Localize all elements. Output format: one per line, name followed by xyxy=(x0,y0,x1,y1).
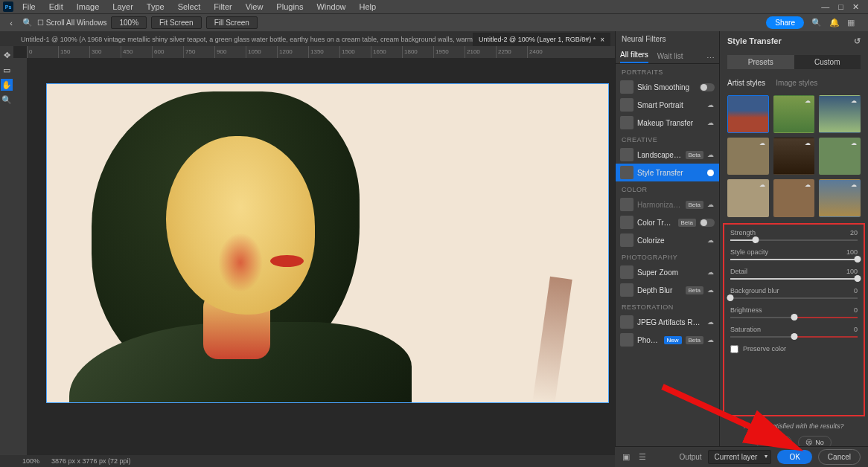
cloud-icon: ☁ xyxy=(707,268,715,276)
filter-color-transfer[interactable]: Color TransferBeta xyxy=(616,213,719,231)
section-restoration: RESTORATION xyxy=(616,299,719,313)
cloud-icon: ☁ xyxy=(707,151,715,158)
vertical-ruler xyxy=(13,58,27,455)
layers-icon[interactable]: ☰ xyxy=(639,452,649,463)
fit-screen-button[interactable]: Fit Screen xyxy=(151,16,202,29)
brightness-slider[interactable]: Brightness0 xyxy=(730,306,858,318)
style-thumb-8[interactable]: ☁ xyxy=(773,179,815,217)
menu-type[interactable]: Type xyxy=(141,1,170,13)
minimize-icon[interactable]: ― xyxy=(821,2,829,12)
filter-colorize[interactable]: Colorize☁ xyxy=(616,231,719,249)
style-thumb-4[interactable]: ☁ xyxy=(727,138,769,175)
satisfied-prompt: Are you satisfied with the results? xyxy=(720,419,868,433)
style-thumb-9[interactable]: ☁ xyxy=(819,179,861,217)
filter-harmonization[interactable]: HarmonizationBeta☁ xyxy=(616,196,719,213)
scroll-all-windows-checkbox[interactable]: ☐ Scroll All Windows xyxy=(37,19,106,27)
filter-style-transfer[interactable]: Style Transfer xyxy=(616,164,719,181)
back-icon[interactable]: ‹ xyxy=(4,16,18,30)
menu-select[interactable]: Select xyxy=(172,1,207,13)
background-blur-slider[interactable]: Background blur0 xyxy=(730,287,858,299)
app-logo: Ps xyxy=(3,1,13,12)
artboard-tool[interactable]: ▭ xyxy=(1,64,13,76)
share-button[interactable]: Share xyxy=(766,16,804,29)
style-thumb-6[interactable]: ☁ xyxy=(819,138,861,175)
menu-edit[interactable]: Edit xyxy=(43,1,69,13)
search-icon[interactable]: 🔍 xyxy=(811,18,822,28)
style-transfer-panel: Style Transfer ↺ Presets Custom Artist s… xyxy=(719,31,868,455)
menu-plugins[interactable]: Plugins xyxy=(270,1,309,13)
zoom-tool-icon[interactable]: 🔍 xyxy=(22,18,33,28)
color-transfer-toggle[interactable] xyxy=(700,219,715,227)
menu-window[interactable]: Window xyxy=(310,1,351,13)
style-transfer-toggle[interactable] xyxy=(700,169,715,177)
preserve-color-checkbox[interactable]: Preserve color xyxy=(730,345,858,353)
filter-makeup-transfer[interactable]: Makeup Transfer☁ xyxy=(616,114,719,132)
saturation-slider[interactable]: Saturation0 xyxy=(730,326,858,338)
cloud-icon: ☁ xyxy=(707,336,715,344)
close-tab-icon[interactable]: × xyxy=(600,36,604,44)
download-icon: ☁ xyxy=(759,140,767,147)
menu-file[interactable]: File xyxy=(16,1,42,13)
menu-bar: Ps File Edit Image Layer Type Select Fil… xyxy=(0,0,868,13)
close-icon[interactable]: ✕ xyxy=(852,2,859,12)
menu-help[interactable]: Help xyxy=(354,1,383,13)
detail-slider[interactable]: Detail100 xyxy=(730,268,858,280)
skin-smoothing-toggle[interactable] xyxy=(700,83,715,91)
canvas[interactable] xyxy=(46,83,609,403)
output-label: Output xyxy=(680,453,702,461)
download-icon: ☁ xyxy=(851,181,858,189)
style-thumb-3[interactable]: ☁ xyxy=(819,95,861,133)
document-tab-1[interactable]: Untitled-1 @ 100% (A 1968 vintage metall… xyxy=(15,33,473,46)
filter-jpeg-artifacts[interactable]: JPEG Artifacts Removal☁ xyxy=(616,313,719,331)
panel-menu-icon[interactable]: ⋯ xyxy=(706,54,715,63)
section-color: COLOR xyxy=(616,181,719,196)
style-thumb-5[interactable]: ☁ xyxy=(773,138,815,175)
filter-super-zoom[interactable]: Super Zoom☁ xyxy=(616,263,719,281)
workspace-icon[interactable]: ▦ xyxy=(847,18,858,28)
tab-custom[interactable]: Custom xyxy=(794,55,861,69)
style-thumb-2[interactable]: ☁ xyxy=(773,95,815,133)
style-thumbnail-grid: ☁ ☁ ☁ ☁ ☁ ☁ ☁ ☁ xyxy=(720,92,868,220)
document-tab-2[interactable]: Untitled-2 @ 100% (Layer 1, RGB/8#) *× xyxy=(473,33,610,46)
filter-landscape-mixer[interactable]: Landscape MixerBeta☁ xyxy=(616,146,719,164)
cloud-icon: ☁ xyxy=(707,201,715,208)
filter-depth-blur[interactable]: Depth BlurBeta☁ xyxy=(616,281,719,299)
hand-tool[interactable]: ✋ xyxy=(1,79,13,91)
filter-photo-restoration[interactable]: Photo Res...NewBeta☁ xyxy=(616,331,719,349)
tab-wait-list[interactable]: Wait list xyxy=(657,49,683,63)
maximize-icon[interactable]: □ xyxy=(838,2,843,12)
style-opacity-slider[interactable]: Style opacity100 xyxy=(730,248,858,260)
status-zoom[interactable]: 100% xyxy=(22,457,39,465)
menu-layer[interactable]: Layer xyxy=(106,1,139,13)
tab-all-filters[interactable]: All filters xyxy=(620,48,648,63)
tab-image-styles[interactable]: Image styles xyxy=(776,77,817,89)
style-thumb-7[interactable]: ☁ xyxy=(727,179,769,217)
tab-presets[interactable]: Presets xyxy=(727,55,794,69)
tab-artist-styles[interactable]: Artist styles xyxy=(727,77,765,89)
style-thumb-1[interactable] xyxy=(727,95,769,133)
download-icon: ☁ xyxy=(759,181,767,189)
reset-icon[interactable]: ↺ xyxy=(854,36,861,46)
strength-slider[interactable]: Strength20 xyxy=(730,229,858,241)
section-creative: CREATIVE xyxy=(616,132,719,146)
download-icon: ☁ xyxy=(805,181,812,189)
output-select[interactable]: Current layer xyxy=(708,450,772,464)
fill-screen-button[interactable]: Fill Screen xyxy=(206,16,258,29)
tools-panel: ✥ ▭ ✋ 🔍 xyxy=(0,46,13,455)
horizontal-ruler: 0150300450600750900105012001350150016501… xyxy=(27,46,615,58)
zoom-tool[interactable]: 🔍 xyxy=(1,94,13,106)
menu-image[interactable]: Image xyxy=(71,1,106,13)
move-tool[interactable]: ✥ xyxy=(1,49,13,61)
adjustment-sliders: Strength20 Style opacity100 Detail100 Ba… xyxy=(723,223,865,416)
preview-toggle-icon[interactable]: ▣ xyxy=(622,452,633,463)
zoom-value-button[interactable]: 100% xyxy=(111,16,147,29)
download-icon: ☁ xyxy=(851,140,858,147)
filter-skin-smoothing[interactable]: Skin Smoothing xyxy=(616,78,719,96)
notifications-icon[interactable]: 🔔 xyxy=(829,18,840,28)
cancel-button[interactable]: Cancel xyxy=(818,449,861,465)
ok-button[interactable]: OK xyxy=(777,450,811,464)
filter-smart-portrait[interactable]: Smart Portrait☁ xyxy=(616,96,719,114)
menu-filter[interactable]: Filter xyxy=(208,1,237,13)
menu-view[interactable]: View xyxy=(240,1,269,13)
action-bar: ▣ ☰ Output Current layer OK Cancel xyxy=(615,446,868,467)
